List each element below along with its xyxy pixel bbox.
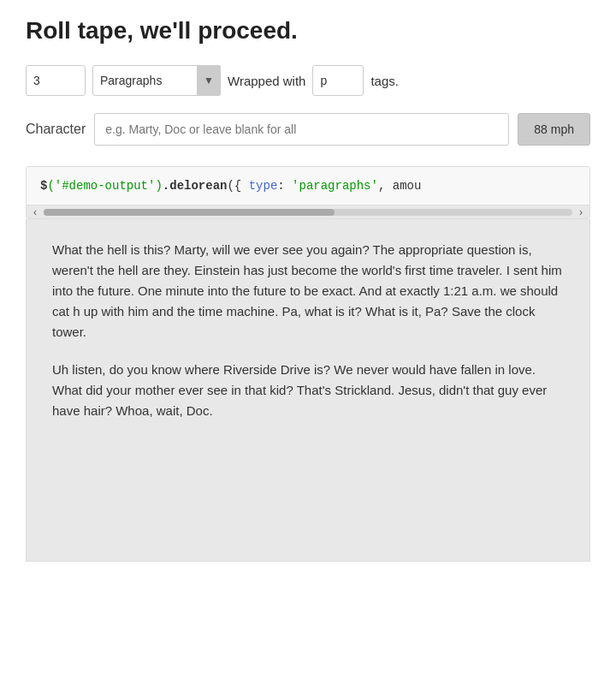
code-key-type: type (249, 179, 278, 193)
generate-button[interactable]: 88 mph (518, 113, 590, 146)
scroll-right-button[interactable]: › (576, 206, 586, 218)
code-scrollbar[interactable]: ‹ › (27, 205, 589, 218)
character-label: Character (26, 122, 86, 137)
scroll-left-button[interactable]: ‹ (30, 206, 40, 218)
code-paren-open: ({ (227, 179, 241, 193)
code-selector-string: ('#demo-output') (47, 179, 162, 193)
scrollbar-thumb[interactable] (44, 209, 335, 216)
output-paragraph-1: What the hell is this? Marty, will we ev… (52, 240, 564, 342)
code-block[interactable]: $('#demo-output').delorean({ type: 'para… (27, 167, 589, 205)
code-remainder: amou (393, 179, 422, 193)
page-title: Roll tape, we'll proceed. (26, 17, 590, 45)
character-row: Character 88 mph (26, 113, 590, 146)
code-method: .delorean (163, 179, 228, 193)
controls-row: Paragraphs Sentences Words ▼ Wrapped wit… (26, 65, 590, 96)
output-container: What the hell is this? Marty, will we ev… (26, 219, 590, 562)
tag-input[interactable] (312, 65, 364, 96)
type-select-wrapper: Paragraphs Sentences Words ▼ (92, 65, 221, 96)
tags-label: tags. (370, 74, 399, 88)
type-select[interactable]: Paragraphs Sentences Words (92, 65, 221, 96)
code-container: $('#demo-output').delorean({ type: 'para… (26, 166, 590, 219)
number-input[interactable] (26, 65, 86, 96)
code-value-paragraphs: 'paragraphs' (292, 179, 378, 193)
code-colon: : (277, 179, 284, 193)
wrapped-with-label: Wrapped with (228, 74, 305, 88)
code-comma: , (378, 179, 385, 193)
output-paragraph-2: Uh listen, do you know where Riverside D… (52, 360, 564, 421)
character-input[interactable] (94, 113, 509, 146)
scrollbar-track[interactable] (44, 209, 572, 216)
